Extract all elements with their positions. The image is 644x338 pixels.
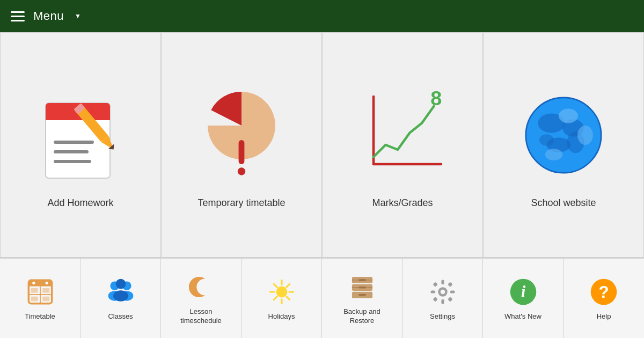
svg-point-41 xyxy=(113,290,128,302)
svg-point-28 xyxy=(32,281,35,284)
svg-rect-34 xyxy=(31,296,38,301)
svg-rect-4 xyxy=(54,150,89,153)
timetable-nav-item[interactable]: Timetable xyxy=(0,259,80,338)
marks-grades-label: Marks/Grades xyxy=(372,197,433,209)
lesson-timeschedule-label: Lessontimeschedule xyxy=(180,307,222,326)
marks-chart-icon: 8 xyxy=(354,82,451,189)
svg-rect-56 xyxy=(358,294,366,296)
svg-point-60 xyxy=(440,289,445,294)
classes-nav-item[interactable]: Classes xyxy=(80,259,161,338)
svg-rect-65 xyxy=(433,282,438,287)
svg-rect-27 xyxy=(28,284,52,286)
header-title: Menu xyxy=(33,9,64,23)
add-homework-cell[interactable]: Add Homework xyxy=(0,32,161,258)
svg-point-11 xyxy=(238,167,245,175)
svg-rect-68 xyxy=(447,297,452,302)
svg-rect-3 xyxy=(54,141,94,144)
classes-label: Classes xyxy=(108,312,133,321)
svg-point-22 xyxy=(577,126,593,145)
settings-nav-item[interactable]: Settings xyxy=(402,259,483,338)
school-website-cell[interactable]: School website xyxy=(483,32,644,258)
main-grid: Add Homework Temporary timetable xyxy=(0,32,644,258)
svg-line-49 xyxy=(286,284,289,287)
svg-rect-35 xyxy=(42,296,49,301)
svg-rect-5 xyxy=(54,160,91,163)
svg-point-29 xyxy=(45,281,48,284)
temporary-timetable-cell[interactable]: Temporary timetable xyxy=(161,32,322,258)
backup-icon xyxy=(346,271,378,303)
marks-grades-cell[interactable]: 8 Marks/Grades xyxy=(322,32,483,258)
holidays-sun-icon xyxy=(266,276,298,308)
svg-line-50 xyxy=(274,296,277,299)
svg-text:8: 8 xyxy=(430,87,442,109)
school-website-label: School website xyxy=(531,197,596,209)
settings-gear-icon xyxy=(427,276,459,308)
svg-rect-63 xyxy=(430,290,435,293)
svg-rect-67 xyxy=(433,297,438,302)
svg-text:i: i xyxy=(521,282,525,301)
app-header: Menu ▼ xyxy=(0,0,644,32)
svg-line-48 xyxy=(286,296,289,299)
svg-point-20 xyxy=(539,134,554,146)
holidays-nav-item[interactable]: Holidays xyxy=(241,259,322,338)
add-homework-label: Add Homework xyxy=(47,197,113,209)
svg-rect-62 xyxy=(441,299,444,304)
settings-label: Settings xyxy=(430,312,455,321)
svg-rect-2 xyxy=(46,114,110,120)
lesson-timeschedule-nav-item[interactable]: Lessontimeschedule xyxy=(161,259,241,338)
bottom-navigation-bar: Timetable Classes Lessontimeschedule xyxy=(0,258,644,338)
backup-restore-nav-item[interactable]: Backup andRestore xyxy=(322,259,402,338)
help-nav-item[interactable]: ? Help xyxy=(564,259,644,338)
timetable-label: Timetable xyxy=(25,312,55,321)
timetable-grid-icon xyxy=(24,276,56,308)
svg-point-42 xyxy=(276,286,287,297)
temporary-timetable-label: Temporary timetable xyxy=(197,197,285,209)
svg-rect-64 xyxy=(450,290,455,293)
school-globe-icon xyxy=(515,82,612,189)
help-question-icon: ? xyxy=(588,276,620,308)
whats-new-label: What's New xyxy=(504,312,541,321)
svg-rect-32 xyxy=(31,288,38,293)
hamburger-menu-button[interactable] xyxy=(11,11,25,21)
homework-icon xyxy=(32,82,129,189)
svg-point-23 xyxy=(545,149,562,160)
lesson-moon-icon xyxy=(185,271,217,303)
backup-restore-label: Backup andRestore xyxy=(343,307,380,326)
whats-new-nav-item[interactable]: i What's New xyxy=(483,259,564,338)
svg-rect-66 xyxy=(447,282,452,287)
svg-rect-33 xyxy=(42,288,49,293)
whats-new-info-icon: i xyxy=(507,276,539,308)
svg-rect-61 xyxy=(441,280,444,284)
svg-point-40 xyxy=(115,278,126,289)
svg-line-47 xyxy=(274,284,277,287)
holidays-label: Holidays xyxy=(268,312,295,321)
classes-icon xyxy=(105,276,137,308)
svg-text:?: ? xyxy=(598,283,609,302)
dropdown-arrow-icon[interactable]: ▼ xyxy=(75,12,81,20)
timetable-pie-icon xyxy=(193,82,290,189)
svg-rect-10 xyxy=(239,140,245,164)
help-label: Help xyxy=(597,312,611,321)
svg-point-21 xyxy=(559,108,578,123)
